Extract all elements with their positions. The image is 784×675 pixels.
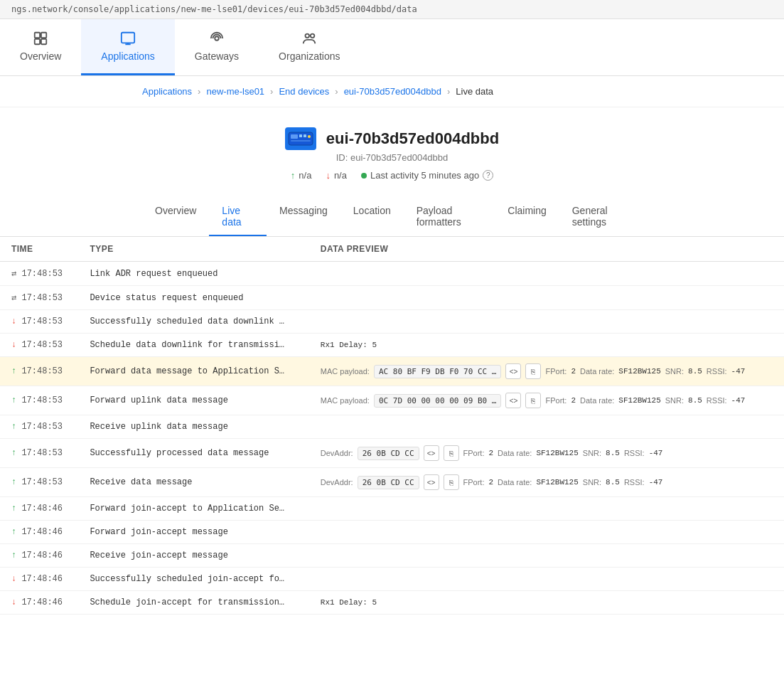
rssi-label: RSSI:	[707, 396, 727, 405]
cell-type: Forward join-accept message	[78, 521, 308, 544]
devaddr-value: 26 0B CD CC	[358, 447, 419, 460]
table-row[interactable]: ↑ 17:48:46Forward join-accept message	[0, 521, 784, 544]
svg-rect-9	[291, 134, 298, 139]
svg-rect-11	[304, 134, 306, 137]
payload-value: 0C 7D 00 00 00 00 09 B0 …	[374, 394, 502, 408]
code-view-button[interactable]: <>	[424, 445, 439, 461]
breadcrumb-current: Live data	[456, 86, 493, 97]
cell-time: ↑ 17:48:53	[0, 357, 78, 386]
cell-type: Receive join-accept message	[78, 544, 308, 568]
cell-preview	[309, 544, 784, 568]
cell-time: ⇄ 17:48:53	[0, 286, 78, 310]
table-row[interactable]: ⇄ 17:48:53Device status request enqueued	[0, 286, 784, 310]
cell-time: ↓ 17:48:53	[0, 310, 78, 334]
svg-rect-12	[291, 140, 311, 142]
arrow-up-icon: ↑	[11, 551, 16, 560]
tab-payload-formatters[interactable]: Payload formatters	[404, 198, 495, 236]
copy-button[interactable]: ⎘	[444, 445, 459, 461]
copy-button[interactable]: ⎘	[444, 474, 459, 490]
table-row[interactable]: ↑ 17:48:53Receive uplink data message	[0, 415, 784, 439]
fport-value: 2	[488, 449, 493, 457]
url-bar: ngs.network/console/applications/new-me-…	[0, 0, 784, 19]
breadcrumb-app-name[interactable]: new-me-lse01	[206, 86, 264, 97]
svg-point-13	[308, 135, 311, 138]
cell-time: ↑ 17:48:53	[0, 439, 78, 468]
devaddr-label: DevAddr:	[321, 449, 353, 457]
nav-overview[interactable]: Overview	[0, 19, 81, 75]
code-view-button[interactable]: <>	[505, 363, 521, 379]
code-view-button[interactable]: <>	[505, 393, 521, 408]
app-icon	[120, 31, 136, 46]
live-data-table: Time Type Data preview ⇄ 17:48:53Link AD…	[0, 237, 784, 615]
cell-preview: Rx1 Delay: 5	[309, 591, 784, 615]
cell-preview: Rx1 Delay: 5	[309, 334, 784, 357]
cell-type: Successfully scheduled join-accept fo…	[78, 568, 308, 591]
arrow-down-icon: ↓	[11, 574, 16, 584]
activity-label: Last activity 5 minutes ago	[370, 170, 479, 181]
nav-gateways[interactable]: Gateways	[175, 19, 259, 75]
cell-preview: DevAddr: 26 0B CD CC <> ⎘ FPort: 2 Data …	[309, 439, 784, 468]
nav-organizations[interactable]: Organizations	[259, 19, 360, 75]
snr-value: 8.5	[688, 396, 702, 405]
arrow-up-icon: ↑	[11, 477, 16, 487]
table-row[interactable]: ↑ 17:48:53Successfully processed data me…	[0, 439, 784, 468]
table-row[interactable]: ↓ 17:48:53Successfully scheduled data do…	[0, 310, 784, 334]
tab-general-settings[interactable]: General settings	[559, 198, 642, 236]
nav-applications[interactable]: Applications	[81, 19, 175, 75]
table-row[interactable]: ↑ 17:48:53Forward uplink data message MA…	[0, 386, 784, 415]
cell-type: Link ADR request enqueued	[78, 262, 308, 286]
devaddr-label: DevAddr:	[321, 478, 353, 487]
arrow-up-icon: ↑	[11, 448, 16, 458]
table-row[interactable]: ↓ 17:48:53Schedule data downlink for tra…	[0, 334, 784, 357]
snr-label: SNR:	[665, 396, 684, 405]
arrow-down-icon: ↓	[11, 317, 16, 326]
tab-live-data[interactable]: Live data	[209, 198, 267, 236]
col-type: Type	[78, 237, 308, 262]
cell-preview	[309, 521, 784, 544]
svg-rect-2	[35, 39, 40, 44]
device-id-value: eui-70b3d57ed004dbbd	[350, 152, 448, 163]
breadcrumb-end-devices[interactable]: End devices	[279, 86, 329, 97]
downlink-value: n/a	[334, 170, 347, 181]
cell-type: Device status request enqueued	[78, 286, 308, 310]
copy-button[interactable]: ⎘	[525, 363, 541, 379]
snr-label: SNR:	[665, 367, 684, 376]
breadcrumb: Applications › new-me-lse01 › End device…	[0, 76, 784, 107]
cell-type: Successfully processed data message	[78, 439, 308, 468]
rssi-value: -47	[731, 367, 746, 376]
copy-button[interactable]: ⎘	[525, 393, 541, 408]
rssi-value: -47	[649, 449, 663, 457]
help-icon[interactable]: ?	[483, 170, 493, 181]
table-row[interactable]: ↓ 17:48:46Schedule join-accept for trans…	[0, 591, 784, 615]
fport-label: FPort:	[545, 396, 566, 405]
arrow-up-icon: ↑	[11, 366, 16, 376]
tab-messaging[interactable]: Messaging	[267, 198, 340, 236]
breadcrumb-applications[interactable]: Applications	[142, 86, 192, 97]
cell-preview	[309, 568, 784, 591]
org-icon	[301, 31, 317, 46]
status-dot-icon	[361, 173, 367, 179]
rssi-label: RSSI:	[624, 478, 645, 487]
datarate-value: SF12BW125	[536, 478, 578, 487]
nav-applications-label: Applications	[101, 51, 155, 62]
table-row[interactable]: ⇄ 17:48:53Link ADR request enqueued	[0, 262, 784, 286]
tab-location[interactable]: Location	[340, 198, 404, 236]
uplink-arrow-icon: ↑	[291, 170, 296, 181]
table-row[interactable]: ↑ 17:48:46Receive join-accept message	[0, 544, 784, 568]
svg-rect-4	[122, 33, 134, 43]
code-view-button[interactable]: <>	[424, 474, 439, 490]
table-row[interactable]: ↓ 17:48:46Successfully scheduled join-ac…	[0, 568, 784, 591]
arrow-up-icon: ↑	[11, 395, 16, 405]
device-id-row: ID: eui-70b3d57ed004dbbd	[336, 152, 449, 163]
table-row[interactable]: ↑ 17:48:53Forward data message to Applic…	[0, 357, 784, 386]
payload-label: MAC payload:	[321, 396, 370, 405]
nav-organizations-label: Organizations	[279, 51, 340, 62]
tab-overview[interactable]: Overview	[142, 198, 209, 236]
breadcrumb-device-id[interactable]: eui-70b3d57ed004dbbd	[344, 86, 441, 97]
tab-claiming[interactable]: Claiming	[495, 198, 559, 236]
snr-value: 8.5	[688, 367, 702, 376]
table-row[interactable]: ↑ 17:48:46Forward join-accept to Applica…	[0, 497, 784, 521]
activity-meta: Last activity 5 minutes ago ?	[361, 170, 493, 181]
fport-value: 2	[571, 367, 576, 376]
table-row[interactable]: ↑ 17:48:53Receive data message DevAddr: …	[0, 468, 784, 497]
